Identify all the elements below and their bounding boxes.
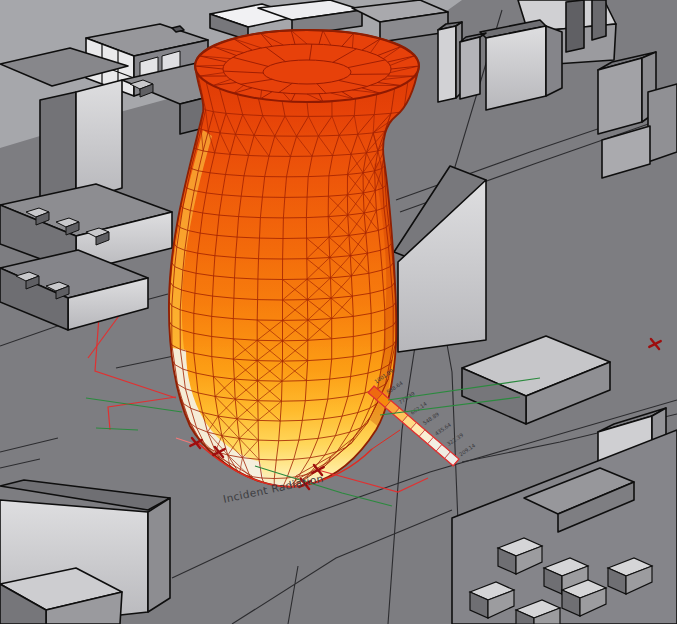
viewport-3d[interactable]: 1001.89 888.64 775.39 662.14 548.89 435.…: [0, 0, 677, 624]
tower-cap: [195, 30, 419, 102]
